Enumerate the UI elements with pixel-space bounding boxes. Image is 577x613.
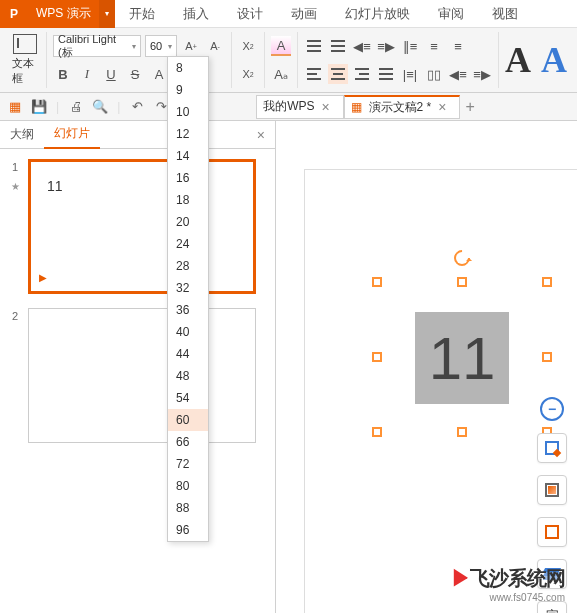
size-option-54[interactable]: 54 [168,387,208,409]
preview-button[interactable]: 🔍 [91,98,109,116]
size-option-48[interactable]: 48 [168,365,208,387]
decrease-font-button[interactable]: A- [205,36,225,56]
numbering-button[interactable] [328,36,348,56]
resize-handle-mr[interactable] [542,352,552,362]
align-justify-button[interactable] [376,64,396,84]
resize-handle-tl[interactable] [372,277,382,287]
menu-insert[interactable]: 插入 [169,0,223,28]
animation-star-icon: ★ [11,181,20,192]
save-button[interactable]: 💾 [30,98,48,116]
size-option-9[interactable]: 9 [168,79,208,101]
tab-label: 演示文稿2 * [369,99,432,116]
size-option-24[interactable]: 24 [168,233,208,255]
columns-button[interactable]: ▯▯ [424,64,444,84]
line-spacing-button[interactable]: ‖≡ [400,36,420,56]
menu-slideshow[interactable]: 幻灯片放映 [331,0,424,28]
delete-button[interactable]: − [540,397,564,421]
bold-button[interactable]: B [53,64,73,84]
edit-shape-button[interactable] [537,433,567,463]
size-option-80[interactable]: 80 [168,475,208,497]
size-option-20[interactable]: 20 [168,211,208,233]
app-menu-dropdown[interactable]: ▾ [99,0,115,28]
print-button[interactable]: 🖨 [67,98,85,116]
size-option-16[interactable]: 16 [168,167,208,189]
menu-view[interactable]: 视图 [478,0,532,28]
size-option-8[interactable]: 8 [168,57,208,79]
tab-label: 我的WPS [263,98,314,115]
indent-left-button[interactable]: ◀≡ [448,64,468,84]
size-option-32[interactable]: 32 [168,277,208,299]
edit-icon [545,441,559,455]
fill-button[interactable] [537,475,567,505]
resize-handle-tm[interactable] [457,277,467,287]
increase-indent-button[interactable]: ≡▶ [376,36,396,56]
strikethrough-button[interactable]: S [125,64,145,84]
slide-thumbnail-2[interactable] [28,308,256,443]
text-style-blue[interactable]: A [541,39,567,81]
align-center-button[interactable] [328,64,348,84]
undo-button[interactable]: ↶ [128,98,146,116]
doc-tab-mywps[interactable]: 我的WPS × [256,95,343,119]
resize-handle-ml[interactable] [372,352,382,362]
size-option-12[interactable]: 12 [168,123,208,145]
size-option-72[interactable]: 72 [168,453,208,475]
text-content[interactable]: 11 [415,312,509,404]
size-option-10[interactable]: 10 [168,101,208,123]
clear-format-button[interactable]: Aₐ [271,64,291,84]
close-icon[interactable]: × [319,100,333,114]
add-tab-button[interactable]: + [460,98,480,116]
textbox-button[interactable]: 文本框 [10,32,40,88]
font-size-select[interactable]: 60▾ [145,35,177,57]
resize-handle-tr[interactable] [542,277,552,287]
size-option-28[interactable]: 28 [168,255,208,277]
subscript-button[interactable]: X2 [238,64,258,84]
tab-slides[interactable]: 幻灯片 [44,121,100,149]
text-direction-button[interactable]: ≡ [424,36,444,56]
size-option-88[interactable]: 88 [168,497,208,519]
resize-handle-bl[interactable] [372,427,382,437]
size-option-44[interactable]: 44 [168,343,208,365]
menu-review[interactable]: 审阅 [424,0,478,28]
presentation-icon: ▦ [351,100,365,114]
text-style-black[interactable]: A [505,39,531,81]
font-size-dropdown[interactable]: 8910121416182024283236404448546066728088… [167,56,209,542]
size-option-36[interactable]: 36 [168,299,208,321]
size-option-40[interactable]: 40 [168,321,208,343]
align-right-button[interactable] [352,64,372,84]
size-option-96[interactable]: 96 [168,519,208,541]
play-icon: ▶ [39,272,47,283]
italic-button[interactable]: I [77,64,97,84]
outline-button[interactable] [537,517,567,547]
sidebar-close-button[interactable]: × [257,127,265,143]
bullets-button[interactable] [304,36,324,56]
textbox-icon [13,34,37,54]
font-style-button[interactable]: A [149,64,169,84]
superscript-button[interactable]: X2 [238,36,258,56]
highlight-button[interactable]: A [271,36,291,56]
align-text-button[interactable]: ≡ [448,36,468,56]
menu-design[interactable]: 设计 [223,0,277,28]
tab-outline[interactable]: 大纲 [0,121,44,149]
size-option-18[interactable]: 18 [168,189,208,211]
underline-button[interactable]: U [101,64,121,84]
menu-start[interactable]: 开始 [115,0,169,28]
slide-thumbnail-1[interactable]: 11 ▶ [28,159,256,294]
selected-text-box[interactable]: 11 [377,282,547,432]
indent-right-button[interactable]: ≡▶ [472,64,492,84]
menu-animation[interactable]: 动画 [277,0,331,28]
doc-tab-presentation[interactable]: ▦ 演示文稿2 * × [344,95,461,119]
rotate-handle[interactable] [451,247,474,270]
decrease-indent-button[interactable]: ◀≡ [352,36,372,56]
close-icon[interactable]: × [435,100,449,114]
fill-icon [545,483,559,497]
distribute-button[interactable]: |≡| [400,64,420,84]
new-button[interactable]: ▦ [6,98,24,116]
align-left-button[interactable] [304,64,324,84]
size-option-66[interactable]: 66 [168,431,208,453]
size-option-60[interactable]: 60 [168,409,208,431]
font-name-select[interactable]: Calibri Light (标▾ [53,35,141,57]
textbox-label: 文本框 [12,56,38,86]
size-option-14[interactable]: 14 [168,145,208,167]
increase-font-button[interactable]: A+ [181,36,201,56]
resize-handle-bm[interactable] [457,427,467,437]
